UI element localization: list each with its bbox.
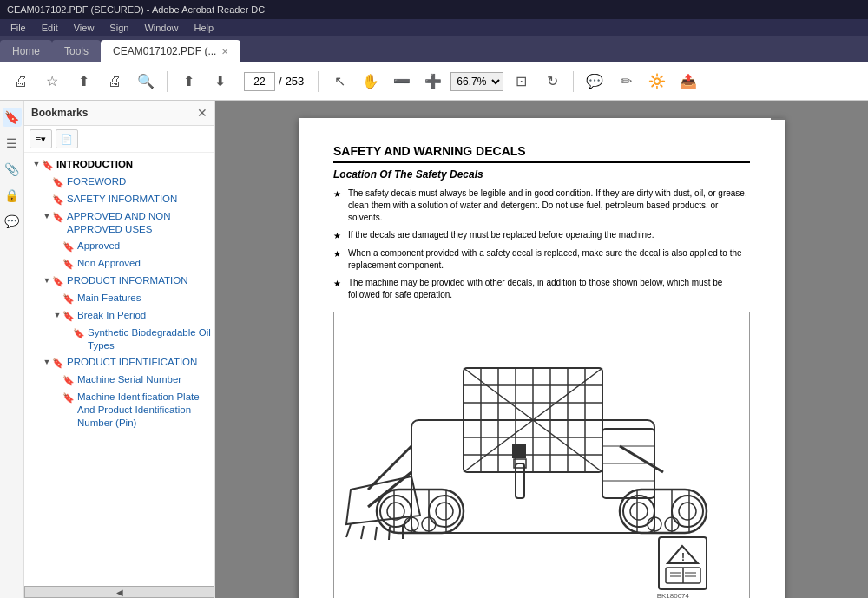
- page-total: 253: [286, 75, 305, 88]
- pdf-bullet-3: ★ When a component provided with a safet…: [333, 247, 750, 272]
- bookmarks-close-button[interactable]: ✕: [197, 106, 207, 120]
- bookmark-panel-icon[interactable]: 🔖: [3, 108, 22, 127]
- tab-tools-label: Tools: [64, 45, 89, 57]
- bookmark-machine-id-plate[interactable]: 🔖 Machine Identification Plate And Produ…: [24, 389, 214, 431]
- tab-tools[interactable]: Tools: [52, 40, 101, 62]
- attachment-icon[interactable]: 📎: [3, 160, 22, 179]
- share-button[interactable]: 📤: [674, 68, 702, 95]
- menu-window[interactable]: Window: [137, 22, 185, 34]
- expand-icon: ▼: [42, 274, 52, 288]
- zoom-in-button[interactable]: ➕: [419, 68, 447, 95]
- bookmark-add-button[interactable]: ☆: [38, 68, 66, 95]
- expand-spacer: [52, 373, 62, 387]
- bookmark-synthetic[interactable]: 🔖 Synthetic Biodegradable Oil Types: [24, 325, 214, 354]
- bookmark-machine-serial[interactable]: 🔖 Machine Serial Number: [24, 371, 214, 389]
- tab-close-button[interactable]: ✕: [221, 47, 228, 56]
- tab-document-label: CEAM017102.PDF (...: [113, 45, 216, 57]
- bookmark-icon: 🔖: [52, 274, 64, 288]
- bookmark-icon: 🔖: [62, 257, 75, 271]
- toolbar-separator-2: [318, 71, 319, 92]
- bookmark-break-in[interactable]: ▼ 🔖 Break In Period: [24, 307, 214, 325]
- bullet-text-3: When a component provided with a safety …: [348, 247, 750, 272]
- svg-rect-50: [516, 463, 524, 498]
- zoom-select[interactable]: 66.7%: [450, 72, 503, 91]
- expand-spacer: [42, 193, 52, 207]
- machine-svg: ! BK180074: [342, 316, 741, 598]
- svg-line-38: [368, 446, 411, 490]
- svg-text:!: !: [681, 551, 685, 563]
- menu-help[interactable]: Help: [187, 22, 221, 34]
- expand-spacer: [52, 391, 62, 404]
- prev-page-button[interactable]: ⬆: [174, 68, 202, 95]
- signature-icon[interactable]: 🔒: [3, 186, 22, 205]
- bookmark-non-approved[interactable]: 🔖 Non Approved: [24, 255, 214, 273]
- rotate-button[interactable]: ↻: [538, 68, 566, 95]
- fit-page-button[interactable]: ⊡: [507, 68, 535, 95]
- menu-file[interactable]: File: [3, 22, 33, 34]
- zoom-out-button[interactable]: ➖: [388, 68, 416, 95]
- bookmark-label: APPROVED AND NON APPROVED USES: [67, 210, 211, 236]
- expand-icon: ▼: [42, 356, 52, 370]
- print-button[interactable]: 🖨: [7, 68, 35, 95]
- bullet-text-4: The machine may be provided with other d…: [348, 277, 750, 301]
- bookmark-label: PRODUCT IDENTIFICATION: [67, 356, 211, 369]
- pdf-viewer[interactable]: SAFETY AND WARNING DECALS Location Of Th…: [215, 101, 868, 598]
- bookmarks-panel: Bookmarks ✕ ≡▾ 📄 ▼ 🔖 INTRODUCTION 🔖 FORE…: [24, 101, 215, 598]
- page-stripe: [771, 118, 785, 120]
- bookmark-options-button[interactable]: ≡▾: [30, 129, 52, 148]
- pdf-bullet-2: ★ If the decals are damaged they must be…: [333, 229, 750, 242]
- sidebar-collapse-button[interactable]: ◀: [24, 586, 214, 598]
- menu-view[interactable]: View: [67, 22, 102, 34]
- bookmark-icon: 🔖: [62, 292, 75, 306]
- page-number-input[interactable]: [244, 72, 275, 91]
- bullet-star-4: ★: [333, 278, 341, 290]
- comment-button[interactable]: 💬: [581, 68, 608, 95]
- bookmark-label: PRODUCT INFORMATION: [67, 274, 211, 287]
- window-title: CEAM017102.PDF (SECURED) - Adobe Acrobat…: [7, 4, 265, 15]
- bookmark-approved-non[interactable]: ▼ 🔖 APPROVED AND NON APPROVED USES: [24, 208, 214, 238]
- toolbar-separator-3: [573, 71, 574, 92]
- tab-home-label: Home: [12, 45, 40, 57]
- svg-point-33: [630, 503, 648, 520]
- bullet-text-1: The safety decals must always be legible…: [348, 187, 750, 224]
- expand-icon: ▼: [42, 210, 52, 224]
- bookmark-label: Non Approved: [77, 257, 211, 270]
- bookmarks-title: Bookmarks: [31, 107, 88, 119]
- tab-home[interactable]: Home: [0, 40, 52, 62]
- bookmark-icon: 🔖: [52, 193, 64, 207]
- draw-button[interactable]: ✏: [612, 68, 640, 95]
- highlight-button[interactable]: 🔆: [643, 68, 671, 95]
- upload-button[interactable]: ⬆: [69, 68, 97, 95]
- svg-line-40: [620, 446, 663, 472]
- svg-line-43: [375, 527, 377, 540]
- svg-point-24: [436, 503, 453, 520]
- layers-icon[interactable]: ☰: [3, 134, 22, 153]
- svg-line-42: [361, 526, 364, 539]
- bookmark-introduction[interactable]: ▼ 🔖 INTRODUCTION: [24, 156, 214, 174]
- bullet-text-2: If the decals are damaged they must be r…: [348, 229, 654, 241]
- menu-edit[interactable]: Edit: [35, 22, 65, 34]
- hand-tool-button[interactable]: ✋: [357, 68, 385, 95]
- svg-point-34: [672, 496, 703, 527]
- bookmarks-toolbar: ≡▾ 📄: [24, 126, 214, 153]
- bookmark-page-button[interactable]: 📄: [56, 129, 78, 148]
- bookmark-main-features[interactable]: 🔖 Main Features: [24, 290, 214, 307]
- cursor-tool-button[interactable]: ↖: [326, 68, 353, 95]
- bookmark-product-info[interactable]: ▼ 🔖 PRODUCT INFORMATION: [24, 273, 214, 290]
- bookmark-label: Approved: [77, 240, 211, 253]
- expand-spacer: [62, 326, 73, 340]
- bookmark-product-ident[interactable]: ▼ 🔖 PRODUCT IDENTIFICATION: [24, 354, 214, 371]
- bookmark-foreword[interactable]: 🔖 FOREWORD: [24, 174, 214, 191]
- menu-sign[interactable]: Sign: [102, 22, 135, 34]
- search-button[interactable]: 🔍: [132, 68, 160, 95]
- next-page-button[interactable]: ⬇: [206, 68, 233, 95]
- bookmark-safety-information[interactable]: 🔖 SAFETY INFORMATION: [24, 191, 214, 208]
- svg-rect-62: [512, 444, 526, 458]
- bookmark-approved[interactable]: 🔖 Approved: [24, 238, 214, 255]
- tab-document[interactable]: CEAM017102.PDF (... ✕: [101, 40, 240, 62]
- print2-button[interactable]: 🖨: [101, 68, 128, 95]
- comment-panel-icon[interactable]: 💬: [3, 212, 22, 231]
- pdf-sub-heading: Location Of The Safety Decals: [333, 168, 750, 181]
- bookmark-label: Main Features: [77, 292, 211, 305]
- svg-point-35: [679, 503, 696, 520]
